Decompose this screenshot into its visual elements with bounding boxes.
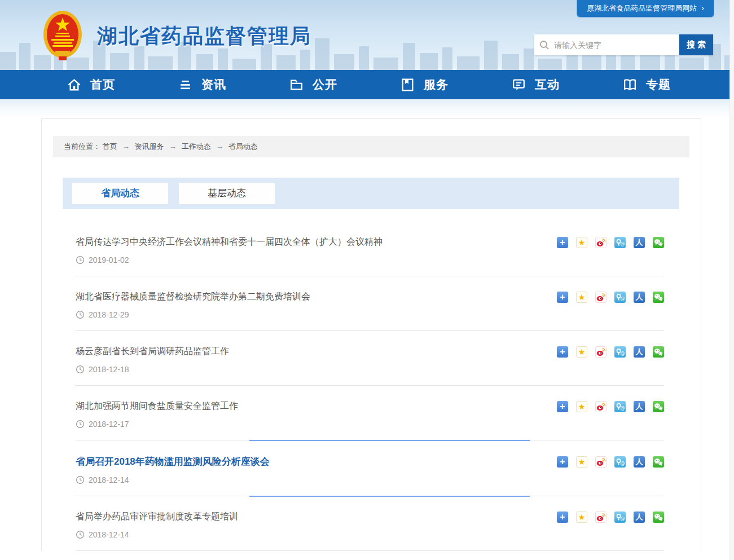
list-divider [76, 276, 664, 276]
news-title-link[interactable]: 省局传达学习中央经济工作会议精神和省委十一届四次全体（扩大）会议精神 [76, 236, 383, 248]
nav-item-news[interactable]: 资讯 [178, 77, 289, 92]
book-bookmark-icon [400, 77, 415, 92]
news-date-row: 2019-01-02 [76, 255, 664, 264]
tencent-weibo-icon[interactable]: @ [614, 346, 626, 358]
nav-item-open[interactable]: 公开 [289, 77, 400, 92]
sina-weibo-icon[interactable] [595, 346, 606, 358]
nav-item-interact[interactable]: 互动 [511, 77, 622, 92]
breadcrumb-link-0[interactable]: 首页 [103, 142, 117, 151]
renren-icon[interactable]: 人 [634, 512, 645, 523]
renren-icon[interactable]: 人 [634, 346, 645, 358]
breadcrumb-link-1[interactable]: 资讯服务 [135, 142, 164, 151]
wechat-icon[interactable] [653, 456, 664, 468]
page: 湖北省药品监督管理局 原湖北省食品药品监督管理局网站› 搜 索 首页资讯公开服务… [0, 0, 734, 560]
wechat-icon[interactable] [653, 512, 664, 523]
share-plus-icon[interactable]: + [557, 401, 568, 412]
banner-reflection [0, 99, 734, 118]
renren-icon[interactable]: 人 [634, 292, 645, 303]
share-plus-icon[interactable]: + [557, 512, 568, 523]
nav-item-topics[interactable]: 专题 [622, 77, 733, 92]
list-divider [76, 550, 664, 551]
tencent-weibo-icon[interactable]: @ [614, 456, 626, 468]
qzone-icon[interactable]: ★ [576, 456, 587, 468]
breadcrumb-label: 当前位置： [64, 142, 100, 151]
site-banner: 湖北省药品监督管理局 原湖北省食品药品监督管理局网站› 搜 索 [0, 0, 734, 70]
wechat-icon[interactable] [653, 401, 664, 412]
search-icon [539, 40, 550, 50]
tencent-weibo-icon[interactable]: @ [614, 401, 626, 412]
tab-grassroots[interactable]: 基层动态 [179, 183, 275, 204]
news-title-link[interactable]: 杨云彦副省长到省局调研药品监管工作 [76, 346, 229, 358]
wechat-icon[interactable] [653, 237, 664, 248]
list-divider [76, 440, 664, 440]
news-title-link[interactable]: 湖北加强两节期间食盐质量安全监管工作 [76, 400, 238, 412]
svg-text:@: @ [621, 460, 625, 465]
tab-provincial[interactable]: 省局动态 [72, 183, 168, 204]
qzone-icon[interactable]: ★ [576, 237, 587, 248]
old-site-link-button[interactable]: 原湖北省食品药品监督管理局网站› [577, 0, 714, 17]
sina-weibo-icon[interactable] [595, 456, 606, 468]
breadcrumb-link-3[interactable]: 省局动态 [228, 142, 258, 151]
share-buttons: +★@人 [557, 237, 664, 248]
clock-icon [76, 420, 85, 429]
share-buttons: +★@人 [557, 401, 664, 412]
share-plus-icon[interactable]: + [557, 292, 568, 303]
news-lines-icon [178, 77, 193, 92]
svg-text:@: @ [621, 515, 625, 521]
nav-item-label: 互动 [535, 77, 560, 92]
renren-icon[interactable]: 人 [634, 456, 645, 468]
news-date: 2018-12-29 [89, 310, 129, 319]
chat-bubble-icon [511, 77, 526, 92]
share-buttons: +★@人 [557, 456, 664, 468]
news-title-link[interactable]: 湖北省医疗器械质量监督检验研究院举办第二期免费培训会 [76, 291, 310, 303]
news-item: 湖北加强两节期间食盐质量安全监管工作+★@人2018-12-17 [63, 386, 679, 440]
home-icon [67, 77, 82, 92]
qzone-icon[interactable]: ★ [576, 512, 587, 523]
wechat-icon[interactable] [653, 346, 664, 358]
tencent-weibo-icon[interactable]: @ [614, 237, 626, 248]
tencent-weibo-icon[interactable]: @ [614, 512, 626, 523]
nav-item-home[interactable]: 首页 [67, 77, 178, 92]
news-date-row: 2018-12-17 [76, 420, 664, 429]
list-divider [76, 330, 664, 331]
search-button[interactable]: 搜 索 [679, 34, 713, 55]
sina-weibo-icon[interactable] [595, 401, 606, 412]
news-date: 2018-12-18 [89, 365, 129, 374]
national-emblem-logo [42, 9, 83, 62]
news-date-row: 2018-12-14 [76, 475, 664, 484]
share-plus-icon[interactable]: + [557, 237, 568, 248]
qzone-icon[interactable]: ★ [576, 401, 587, 412]
sina-weibo-icon[interactable] [595, 292, 606, 303]
news-title-link[interactable]: 省局举办药品审评审批制度改革专题培训 [76, 511, 238, 523]
wechat-icon[interactable] [653, 292, 664, 303]
news-date-row: 2018-12-14 [76, 530, 664, 539]
svg-text:@: @ [621, 405, 625, 410]
news-date: 2018-12-14 [89, 475, 129, 484]
search-input[interactable] [554, 41, 674, 50]
list-divider [76, 496, 664, 496]
news-item: 省局举办药品审评审批制度改革专题培训+★@人2018-12-14 [63, 496, 679, 551]
breadcrumb-link-2[interactable]: 工作动态 [182, 142, 211, 151]
open-book-icon [622, 77, 638, 92]
nav-item-label: 服务 [424, 77, 449, 92]
qzone-icon[interactable]: ★ [576, 346, 587, 358]
search-box [534, 34, 679, 55]
clock-icon [76, 365, 85, 374]
share-plus-icon[interactable]: + [557, 346, 568, 358]
news-item: 省局传达学习中央经济工作会议精神和省委十一届四次全体（扩大）会议精神+★@人20… [63, 222, 679, 276]
breadcrumb-separator: → [169, 142, 177, 151]
news-list: 省局传达学习中央经济工作会议精神和省委十一届四次全体（扩大）会议精神+★@人20… [63, 209, 679, 551]
sina-weibo-icon[interactable] [595, 512, 606, 523]
clock-icon [76, 475, 85, 484]
clock-icon [76, 310, 85, 319]
renren-icon[interactable]: 人 [634, 237, 645, 248]
scrollbar-track[interactable] [729, 0, 734, 560]
tencent-weibo-icon[interactable]: @ [614, 292, 626, 303]
news-title-link[interactable]: 省局召开2018年药物滥用监测风险分析座谈会 [76, 455, 270, 468]
sina-weibo-icon[interactable] [595, 237, 606, 248]
share-plus-icon[interactable]: + [557, 456, 568, 468]
nav-item-services[interactable]: 服务 [400, 77, 511, 92]
renren-icon[interactable]: 人 [634, 401, 645, 412]
qzone-icon[interactable]: ★ [576, 292, 587, 303]
news-date: 2018-12-17 [89, 420, 129, 429]
